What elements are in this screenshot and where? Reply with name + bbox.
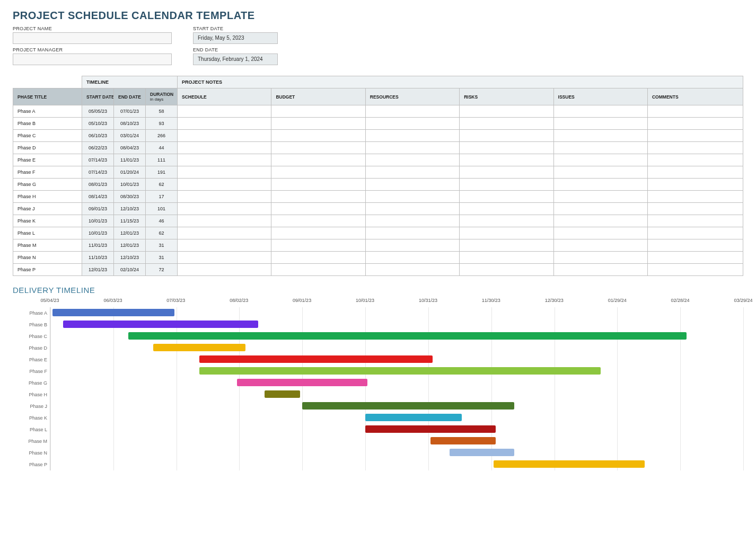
start-cell[interactable]: 08/01/23 (82, 179, 114, 191)
phase-cell[interactable]: Phase G (13, 179, 82, 191)
resources-cell[interactable] (365, 239, 459, 252)
end-cell[interactable]: 10/01/23 (114, 179, 146, 191)
start-cell[interactable]: 10/01/23 (82, 215, 114, 227)
budget-cell[interactable] (271, 179, 365, 191)
phase-cell[interactable]: Phase H (13, 191, 82, 203)
schedule-cell[interactable] (178, 203, 271, 215)
budget-cell[interactable] (271, 239, 365, 252)
budget-cell[interactable] (271, 118, 365, 130)
risks-cell[interactable] (460, 130, 553, 142)
issues-cell[interactable] (553, 118, 647, 130)
issues-cell[interactable] (553, 264, 647, 276)
comments-cell[interactable] (647, 191, 743, 203)
end-cell[interactable]: 03/01/24 (114, 130, 146, 142)
phase-cell[interactable]: Phase F (13, 166, 82, 179)
issues-cell[interactable] (553, 203, 647, 215)
comments-cell[interactable] (647, 130, 743, 142)
end-cell[interactable]: 12/10/23 (114, 203, 146, 215)
end-cell[interactable]: 12/01/23 (114, 239, 146, 252)
budget-cell[interactable] (271, 191, 365, 203)
budget-cell[interactable] (271, 203, 365, 215)
phase-cell[interactable]: Phase N (13, 252, 82, 264)
risks-cell[interactable] (460, 191, 553, 203)
risks-cell[interactable] (460, 264, 553, 276)
issues-cell[interactable] (553, 166, 647, 179)
resources-cell[interactable] (365, 154, 459, 166)
resources-cell[interactable] (365, 130, 459, 142)
end-cell[interactable]: 11/01/23 (114, 154, 146, 166)
issues-cell[interactable] (553, 252, 647, 264)
phase-cell[interactable]: Phase M (13, 239, 82, 252)
phase-cell[interactable]: Phase P (13, 264, 82, 276)
budget-cell[interactable] (271, 166, 365, 179)
resources-cell[interactable] (365, 191, 459, 203)
phase-cell[interactable]: Phase J (13, 203, 82, 215)
phase-cell[interactable]: Phase K (13, 215, 82, 227)
project-name-input[interactable] (13, 32, 172, 44)
start-cell[interactable]: 10/01/23 (82, 227, 114, 239)
schedule-cell[interactable] (178, 154, 271, 166)
comments-cell[interactable] (647, 154, 743, 166)
start-cell[interactable]: 12/01/23 (82, 264, 114, 276)
risks-cell[interactable] (460, 166, 553, 179)
schedule-cell[interactable] (178, 252, 271, 264)
end-cell[interactable]: 01/20/24 (114, 166, 146, 179)
resources-cell[interactable] (365, 142, 459, 154)
risks-cell[interactable] (460, 215, 553, 227)
end-cell[interactable]: 07/01/23 (114, 105, 146, 118)
schedule-cell[interactable] (178, 142, 271, 154)
budget-cell[interactable] (271, 215, 365, 227)
budget-cell[interactable] (271, 264, 365, 276)
issues-cell[interactable] (553, 105, 647, 118)
schedule-cell[interactable] (178, 179, 271, 191)
issues-cell[interactable] (553, 130, 647, 142)
risks-cell[interactable] (460, 142, 553, 154)
start-cell[interactable]: 05/05/23 (82, 105, 114, 118)
phase-cell[interactable]: Phase B (13, 118, 82, 130)
issues-cell[interactable] (553, 239, 647, 252)
start-cell[interactable]: 07/14/23 (82, 154, 114, 166)
budget-cell[interactable] (271, 154, 365, 166)
risks-cell[interactable] (460, 179, 553, 191)
end-cell[interactable]: 08/30/23 (114, 191, 146, 203)
start-cell[interactable]: 05/10/23 (82, 118, 114, 130)
issues-cell[interactable] (553, 179, 647, 191)
schedule-cell[interactable] (178, 227, 271, 239)
budget-cell[interactable] (271, 227, 365, 239)
risks-cell[interactable] (460, 154, 553, 166)
start-cell[interactable]: 07/14/23 (82, 166, 114, 179)
risks-cell[interactable] (460, 118, 553, 130)
start-cell[interactable]: 11/01/23 (82, 239, 114, 252)
comments-cell[interactable] (647, 239, 743, 252)
risks-cell[interactable] (460, 227, 553, 239)
resources-cell[interactable] (365, 179, 459, 191)
phase-cell[interactable]: Phase D (13, 142, 82, 154)
end-cell[interactable]: 11/15/23 (114, 215, 146, 227)
risks-cell[interactable] (460, 203, 553, 215)
comments-cell[interactable] (647, 215, 743, 227)
end-cell[interactable]: 02/10/24 (114, 264, 146, 276)
comments-cell[interactable] (647, 179, 743, 191)
budget-cell[interactable] (271, 130, 365, 142)
resources-cell[interactable] (365, 264, 459, 276)
comments-cell[interactable] (647, 105, 743, 118)
end-cell[interactable]: 08/10/23 (114, 118, 146, 130)
comments-cell[interactable] (647, 203, 743, 215)
start-cell[interactable]: 06/10/23 (82, 130, 114, 142)
budget-cell[interactable] (271, 105, 365, 118)
issues-cell[interactable] (553, 227, 647, 239)
phase-cell[interactable]: Phase L (13, 227, 82, 239)
comments-cell[interactable] (647, 227, 743, 239)
resources-cell[interactable] (365, 166, 459, 179)
end-cell[interactable]: 12/01/23 (114, 227, 146, 239)
resources-cell[interactable] (365, 215, 459, 227)
budget-cell[interactable] (271, 252, 365, 264)
budget-cell[interactable] (271, 142, 365, 154)
start-cell[interactable]: 09/01/23 (82, 203, 114, 215)
project-manager-input[interactable] (13, 54, 172, 65)
start-cell[interactable]: 11/10/23 (82, 252, 114, 264)
comments-cell[interactable] (647, 166, 743, 179)
resources-cell[interactable] (365, 118, 459, 130)
end-cell[interactable]: 12/10/23 (114, 252, 146, 264)
phase-cell[interactable]: Phase E (13, 154, 82, 166)
